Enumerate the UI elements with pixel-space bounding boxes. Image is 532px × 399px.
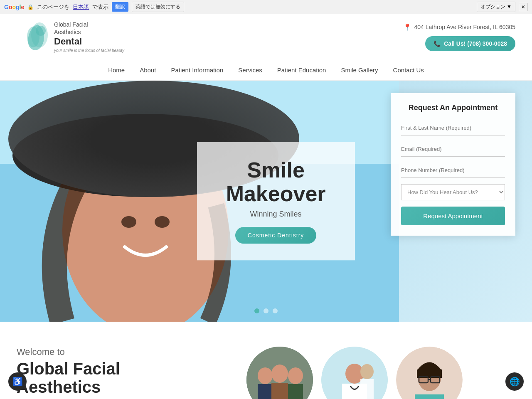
- welcome-to-text: Welcome to: [17, 347, 177, 357]
- slider-dots: [254, 308, 278, 313]
- translate-bar: Google 🔒 このページを 日本語 で表示 翻訳 英語では無効にする オプシ…: [0, 0, 532, 14]
- form-title: Request An Appointment: [401, 103, 505, 112]
- header-right: 📍 404 Lathrop Ave River Forest, IL 60305…: [403, 23, 515, 51]
- svg-rect-13: [258, 384, 273, 399]
- cosmetic-dentistry-button[interactable]: Cosmetic Dentistry: [235, 227, 316, 244]
- phone-input[interactable]: [401, 163, 505, 178]
- hero-section: Smile Makeover Winning Smiles Cosmetic D…: [0, 81, 532, 322]
- svg-rect-30: [415, 394, 444, 399]
- nav-contact[interactable]: Contact Us: [386, 60, 431, 80]
- site-header: Global Facial Aesthetics Dental your smi…: [0, 14, 532, 60]
- slider-dot-3[interactable]: [273, 308, 278, 313]
- welcome-text: Welcome to Global Facial Aesthetics Gene…: [17, 347, 177, 399]
- nav-patient-info[interactable]: Patient Information: [163, 60, 231, 80]
- logo-icon: [17, 20, 50, 54]
- svg-point-9: [121, 216, 136, 228]
- address-text: 404 Lathrop Ave River Forest, IL 60305: [414, 24, 515, 30]
- call-button[interactable]: 📞 Call Us! (708) 300-0028: [425, 36, 515, 51]
- svg-rect-17: [288, 384, 303, 399]
- brand-tagline: your smile is the focus of facial beauty: [54, 48, 124, 53]
- globe-button[interactable]: 🌐: [505, 372, 524, 391]
- nav-about[interactable]: About: [132, 60, 163, 80]
- hero-title: Smile Makeover: [218, 158, 334, 206]
- translate-button[interactable]: 翻訳: [112, 2, 128, 12]
- hero-title-line1: Smile: [247, 158, 305, 182]
- slider-dot-1[interactable]: [254, 308, 259, 313]
- svg-point-2: [36, 26, 46, 36]
- hero-subtitle: Winning Smiles: [218, 210, 334, 219]
- slider-dot-2[interactable]: [264, 308, 268, 313]
- call-label: Call Us! (708) 300-0028: [444, 40, 507, 47]
- hear-about-select[interactable]: How Did You Hear About Us? Google Search…: [401, 184, 505, 200]
- accessibility-icon: ♿: [12, 377, 23, 387]
- appointment-form: Request An Appointment How Did You Hear …: [391, 93, 515, 236]
- doctor-photo: [321, 347, 388, 399]
- name-input[interactable]: [401, 121, 505, 135]
- svg-rect-8: [125, 313, 166, 322]
- team-photo: [246, 347, 313, 399]
- disable-english-button[interactable]: 英語では無効にする: [132, 2, 184, 12]
- nav-services[interactable]: Services: [231, 60, 270, 80]
- address-area: 📍 404 Lathrop Ave River Forest, IL 60305: [403, 23, 515, 31]
- lock-icon: 🔒: [27, 4, 34, 10]
- hero-content: Smile Makeover Winning Smiles Cosmetic D…: [197, 142, 355, 260]
- svg-point-14: [271, 365, 288, 383]
- language-link[interactable]: 日本語: [73, 3, 89, 11]
- accessibility-button[interactable]: ♿: [8, 372, 27, 391]
- clinic-name: Global Facial Aesthetics: [17, 360, 177, 396]
- team-circles: [194, 347, 515, 399]
- display-text: で表示: [92, 3, 108, 11]
- svg-rect-23: [360, 379, 374, 399]
- svg-point-22: [360, 364, 374, 379]
- phone-icon: 📞: [433, 40, 441, 47]
- logo-area: Global Facial Aesthetics Dental your smi…: [17, 20, 124, 54]
- google-logo: Google: [4, 4, 24, 10]
- translate-close-button[interactable]: ✕: [519, 3, 528, 11]
- hero-title-line2: Makeover: [226, 182, 326, 206]
- translate-page-text: このページを: [37, 3, 69, 11]
- nav-patient-edu[interactable]: Patient Education: [270, 60, 334, 80]
- welcome-section: Welcome to Global Facial Aesthetics Gene…: [0, 322, 532, 399]
- svg-point-12: [258, 367, 273, 384]
- svg-point-10: [155, 216, 170, 228]
- email-input[interactable]: [401, 142, 505, 157]
- nav-home[interactable]: Home: [101, 60, 132, 80]
- clinic-name-line1: Global Facial: [17, 360, 120, 378]
- svg-point-16: [288, 367, 303, 384]
- clinic-name-line2: Aesthetics: [17, 378, 101, 396]
- brand-name-line2: Aesthetics: [54, 28, 124, 36]
- main-nav: Home About Patient Information Services …: [0, 60, 532, 81]
- woman-glasses-photo: [396, 347, 463, 399]
- brand-dental: Dental: [54, 36, 124, 48]
- request-appointment-button[interactable]: Request Appointment: [401, 207, 505, 225]
- brand-name-line1: Global Facial: [54, 21, 124, 28]
- svg-rect-7: [83, 151, 208, 185]
- logo-text: Global Facial Aesthetics Dental your smi…: [54, 21, 124, 53]
- svg-rect-15: [271, 383, 288, 399]
- translate-options-button[interactable]: オプション ▼: [477, 2, 515, 12]
- pin-icon: 📍: [403, 23, 411, 31]
- globe-icon: 🌐: [510, 377, 520, 387]
- nav-smile-gallery[interactable]: Smile Gallery: [333, 60, 385, 80]
